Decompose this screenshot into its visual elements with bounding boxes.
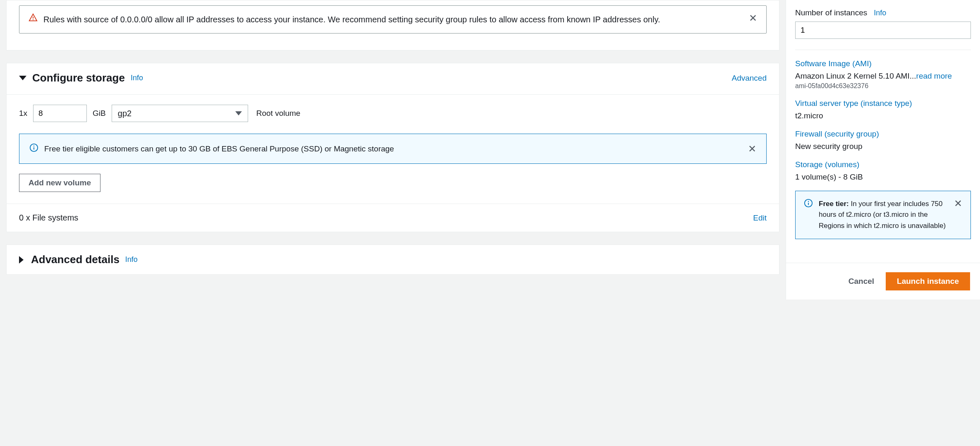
close-icon[interactable]: ✕ [748,144,756,154]
ami-id: ami-05fa00d4c63e32376 [795,82,971,90]
chevron-down-icon [235,111,242,115]
free-tier-storage-text: Free tier eligible customers can get up … [44,144,742,153]
file-systems-row: 0 x File systems Edit [7,204,779,232]
storage-value: 1 volume(s) - 8 GiB [795,173,971,182]
volume-multiplier: 1x [19,109,27,118]
info-icon [29,143,38,154]
instance-type-value: t2.micro [795,111,971,120]
storage-link[interactable]: Storage (volumes) [795,160,971,169]
instance-type-link[interactable]: Virtual server type (instance type) [795,99,971,108]
cancel-button[interactable]: Cancel [845,273,877,290]
configure-storage-panel: Configure storage Info Advanced 1x GiB g… [6,63,779,232]
divider [795,50,971,50]
advanced-details-info-link[interactable]: Info [125,255,138,264]
volume-size-input[interactable] [33,105,87,122]
free-tier-summary-alert: Free tier: In your first year includes 7… [795,191,971,239]
caret-down-icon[interactable] [19,76,26,80]
file-systems-edit-link[interactable]: Edit [753,213,767,223]
summary-body: Number of instances Info Software Image … [786,0,980,263]
storage-header: Configure storage Info Advanced [7,63,779,88]
security-warning-text: Rules with source of 0.0.0.0/0 allow all… [43,13,743,26]
add-volume-button[interactable]: Add new volume [19,174,100,192]
volume-type-select[interactable]: gp2 [112,105,248,122]
ami-value: Amazon Linux 2 Kernel 5.10 AMI... [795,72,916,80]
summary-footer: Cancel Launch instance [786,263,980,300]
free-tier-storage-alert: Free tier eligible customers can get up … [19,134,767,164]
close-icon[interactable]: ✕ [954,199,962,209]
info-icon [804,199,813,210]
storage-advanced-link[interactable]: Advanced [731,74,767,83]
security-group-panel: Rules with source of 0.0.0.0/0 allow all… [6,0,779,50]
num-instances-input[interactable] [795,22,971,39]
launch-instance-button[interactable]: Launch instance [886,272,970,290]
summary-column: Number of instances Info Software Image … [786,0,980,300]
main-column: Rules with source of 0.0.0.0/0 allow all… [0,0,786,300]
ami-value-row: Amazon Linux 2 Kernel 5.10 AMI...read mo… [795,72,971,81]
num-instances-info-link[interactable]: Info [874,9,886,17]
storage-volume-row: 1x GiB gp2 Root volume [7,95,779,134]
ami-read-more-link[interactable]: read more [916,72,952,80]
close-icon[interactable]: ✕ [749,13,757,23]
root-volume-label: Root volume [256,109,301,118]
ami-link[interactable]: Software Image (AMI) [795,59,971,68]
caret-right-icon[interactable] [19,256,24,264]
warning-icon [29,13,38,24]
file-systems-label: 0 x File systems [19,213,78,223]
storage-info-link[interactable]: Info [131,74,143,82]
svg-point-1 [33,19,33,20]
advanced-details-title: Advanced details [31,253,120,266]
num-instances-label: Number of instances Info [795,8,971,17]
svg-point-6 [808,201,809,202]
size-unit: GiB [93,109,106,118]
security-warning-alert: Rules with source of 0.0.0.0/0 allow all… [19,5,767,34]
volume-type-value: gp2 [118,109,131,118]
firewall-link[interactable]: Firewall (security group) [795,129,971,139]
free-tier-summary-text: Free tier: In your first year includes 7… [819,199,948,231]
advanced-details-header: Advanced details Info [7,245,779,274]
storage-title: Configure storage [32,72,125,84]
advanced-details-panel: Advanced details Info [6,245,779,275]
svg-point-3 [33,146,34,146]
firewall-value: New security group [795,142,971,151]
